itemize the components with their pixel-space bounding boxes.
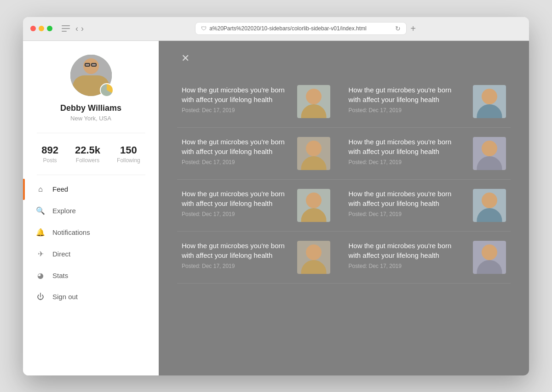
article-text: How the gut microbes you're born with af…	[349, 137, 466, 165]
sidebar-item-signout-label: Sign out	[52, 293, 78, 301]
sidebar: Debby Williams New York, USA 892 Posts 2…	[23, 41, 159, 375]
article-thumbnail	[297, 137, 330, 170]
list-item[interactable]: How the gut microbes you're born with af…	[344, 232, 511, 284]
traffic-lights	[30, 26, 52, 31]
browser-window: ‹ › 🛡 a%20Parts%202020/10-sidebars/color…	[23, 17, 529, 375]
article-title: How the gut microbes you're born with af…	[349, 189, 466, 208]
explore-icon: 🔍	[36, 206, 45, 215]
stats-row: 892 Posts 22.5k Followers 150 Following	[33, 144, 149, 164]
back-arrow[interactable]: ‹	[75, 24, 78, 33]
sidebar-item-explore[interactable]: 🔍 Explore	[23, 200, 159, 222]
article-thumbnail	[473, 189, 506, 222]
article-title: How the gut microbes you're born with af…	[349, 85, 466, 104]
stat-following-label: Following	[117, 157, 140, 164]
article-text: How the gut microbes you're born with af…	[349, 85, 466, 114]
sidebar-toggle-icon[interactable]	[62, 25, 70, 32]
nav-menu: ⌂ Feed 🔍 Explore 🔔 Notifications ✈ Direc…	[23, 179, 159, 307]
user-name: Debby Williams	[60, 103, 121, 113]
bell-icon: 🔔	[36, 228, 45, 237]
minimize-button[interactable]	[39, 26, 44, 31]
article-text: How the gut microbes you're born with af…	[182, 85, 290, 114]
article-date: Posted: Dec 17, 2019	[182, 263, 290, 269]
article-date: Posted: Dec 17, 2019	[349, 263, 466, 269]
sidebar-item-notifications[interactable]: 🔔 Notifications	[23, 222, 159, 243]
browser-nav-arrows: ‹ ›	[75, 24, 84, 33]
stats-divider-bottom	[37, 175, 145, 175]
address-bar-container: 🛡 a%20Parts%202020/10-sidebars/colorlib-…	[89, 22, 522, 35]
stat-posts-label: Posts	[43, 157, 57, 164]
url-text: a%20Parts%202020/10-sidebars/colorlib-si…	[209, 25, 392, 32]
close-button[interactable]	[30, 26, 36, 31]
article-text: How the gut microbes you're born with af…	[182, 137, 290, 165]
list-item[interactable]: How the gut microbes you're born with af…	[177, 180, 344, 232]
article-title: How the gut microbes you're born with af…	[182, 189, 290, 208]
article-text: How the gut microbes you're born with af…	[182, 189, 290, 217]
signout-icon: ⏻	[36, 293, 45, 301]
stats-icon: ◕	[36, 271, 45, 280]
article-thumbnail	[297, 189, 330, 222]
list-item[interactable]: How the gut microbes you're born with af…	[344, 128, 511, 180]
article-thumbnail	[473, 241, 506, 274]
article-date: Posted: Dec 17, 2019	[182, 159, 290, 165]
stat-followers-value: 22.5k	[75, 144, 100, 156]
sidebar-item-direct-label: Direct	[52, 250, 70, 258]
close-button[interactable]: ✕	[177, 50, 194, 67]
user-location: New York, USA	[70, 115, 111, 122]
list-item[interactable]: How the gut microbes you're born with af…	[177, 232, 344, 284]
new-tab-button[interactable]: +	[410, 24, 416, 33]
article-date: Posted: Dec 17, 2019	[349, 159, 466, 165]
stat-posts-value: 892	[41, 144, 58, 156]
list-item[interactable]: How the gut microbes you're born with af…	[177, 76, 344, 128]
sidebar-item-feed[interactable]: ⌂ Feed	[23, 179, 159, 200]
articles-grid: How the gut microbes you're born with af…	[177, 76, 511, 284]
list-item[interactable]: How the gut microbes you're born with af…	[344, 180, 511, 232]
article-title: How the gut microbes you're born with af…	[182, 241, 290, 260]
list-item[interactable]: How the gut microbes you're born with af…	[344, 76, 511, 128]
article-title: How the gut microbes you're born with af…	[182, 85, 290, 104]
security-icon: 🛡	[201, 25, 207, 32]
direct-icon: ✈	[36, 250, 45, 258]
list-item[interactable]: How the gut microbes you're born with af…	[177, 128, 344, 180]
reload-button[interactable]: ↻	[395, 25, 401, 32]
article-text: How the gut microbes you're born with af…	[349, 241, 466, 269]
forward-arrow[interactable]: ›	[81, 24, 84, 33]
article-title: How the gut microbes you're born with af…	[349, 137, 466, 156]
sidebar-item-signout[interactable]: ⏻ Sign out	[23, 286, 159, 307]
stats-divider-top	[37, 133, 145, 133]
avatar-ring	[100, 83, 114, 97]
stat-posts: 892 Posts	[41, 144, 58, 164]
browser-content: Debby Williams New York, USA 892 Posts 2…	[23, 41, 529, 375]
sidebar-item-feed-label: Feed	[52, 185, 68, 193]
stat-following-value: 150	[120, 144, 137, 156]
article-thumbnail	[297, 241, 330, 274]
sidebar-item-notifications-label: Notifications	[52, 228, 90, 236]
sidebar-item-direct[interactable]: ✈ Direct	[23, 243, 159, 265]
stat-following: 150 Following	[117, 144, 140, 164]
article-date: Posted: Dec 17, 2019	[182, 107, 290, 114]
article-text: How the gut microbes you're born with af…	[182, 241, 290, 269]
home-icon: ⌂	[36, 185, 45, 193]
sidebar-item-explore-label: Explore	[52, 207, 76, 215]
article-title: How the gut microbes you're born with af…	[182, 137, 290, 156]
stat-followers: 22.5k Followers	[75, 144, 100, 164]
stat-followers-label: Followers	[76, 157, 99, 164]
article-date: Posted: Dec 17, 2019	[349, 211, 466, 217]
sidebar-item-stats[interactable]: ◕ Stats	[23, 265, 159, 286]
article-date: Posted: Dec 17, 2019	[349, 107, 466, 114]
article-text: How the gut microbes you're born with af…	[349, 189, 466, 217]
article-thumbnail	[473, 137, 506, 170]
address-bar[interactable]: 🛡 a%20Parts%202020/10-sidebars/colorlib-…	[195, 22, 407, 35]
browser-chrome: ‹ › 🛡 a%20Parts%202020/10-sidebars/color…	[23, 17, 529, 41]
article-thumbnail	[473, 85, 506, 118]
article-date: Posted: Dec 17, 2019	[182, 211, 290, 217]
article-thumbnail	[297, 85, 330, 118]
article-title: How the gut microbes you're born with af…	[349, 241, 466, 260]
avatar-container	[70, 55, 112, 96]
main-content: ✕ How the gut microbes you're born with …	[159, 41, 529, 375]
sidebar-item-stats-label: Stats	[52, 272, 68, 279]
maximize-button[interactable]	[47, 26, 52, 31]
